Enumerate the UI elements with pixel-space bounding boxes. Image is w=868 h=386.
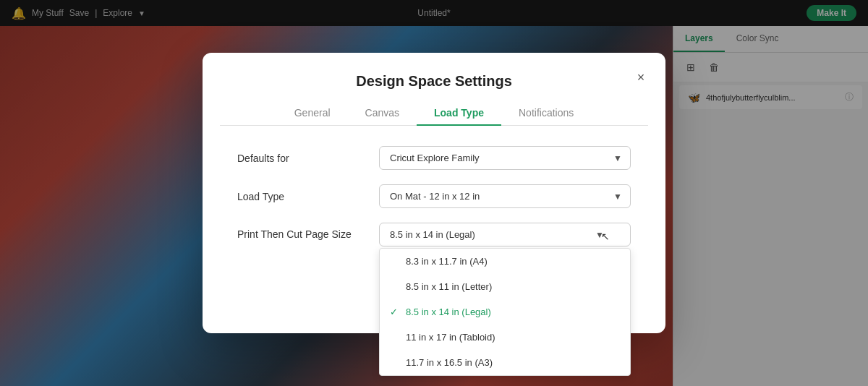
load-type-row: Load Type On Mat - 12 in x 12 in On Mat … xyxy=(237,184,631,208)
print-then-cut-trigger[interactable]: 8.5 in x 14 in (Legal) ▼ ↖ xyxy=(379,223,631,246)
defaults-for-select[interactable]: Cricut Explore Family Cricut Maker Cricu… xyxy=(379,146,631,170)
print-then-cut-value: 8.5 in x 14 in (Legal) xyxy=(390,229,475,240)
dropdown-menu: 8.3 in x 11.7 in (A4) 8.5 in x 11 in (Le… xyxy=(379,248,631,376)
settings-modal: Design Space Settings × General Canvas L… xyxy=(203,53,665,333)
modal-body: Defaults for Cricut Explore Family Cricu… xyxy=(203,126,665,281)
load-type-select-wrapper: On Mat - 12 in x 12 in On Mat - 12 in x … xyxy=(379,184,631,208)
dropdown-item-a4[interactable]: 8.3 in x 11.7 in (A4) xyxy=(380,249,630,274)
modal-title: Design Space Settings xyxy=(356,73,512,89)
defaults-for-row: Defaults for Cricut Explore Family Cricu… xyxy=(237,146,631,170)
print-then-cut-dropdown: 8.5 in x 14 in (Legal) ▼ ↖ 8.3 in x 11.7… xyxy=(379,223,631,246)
print-then-cut-label: Print Then Cut Page Size xyxy=(237,223,367,240)
dropdown-item-legal[interactable]: ✓ 8.5 in x 14 in (Legal) xyxy=(380,299,630,325)
tab-notifications[interactable]: Notifications xyxy=(501,101,591,126)
modal-close-button[interactable]: × xyxy=(631,67,651,87)
dropdown-item-a3-label: 11.7 in x 16.5 in (A3) xyxy=(406,357,493,368)
defaults-for-select-wrapper: Cricut Explore Family Cricut Maker Cricu… xyxy=(379,146,631,170)
load-type-select[interactable]: On Mat - 12 in x 12 in On Mat - 12 in x … xyxy=(379,184,631,208)
print-then-cut-row: Print Then Cut Page Size 8.5 in x 14 in … xyxy=(237,223,631,246)
modal-header: Design Space Settings × xyxy=(203,53,665,90)
dropdown-item-legal-label: 8.5 in x 14 in (Legal) xyxy=(406,306,491,317)
load-type-label: Load Type xyxy=(237,191,367,202)
tab-canvas[interactable]: Canvas xyxy=(348,101,417,126)
check-icon: ✓ xyxy=(390,306,400,317)
dropdown-item-tabloid[interactable]: 11 in x 17 in (Tabloid) xyxy=(380,325,630,350)
dropdown-item-tabloid-label: 11 in x 17 in (Tabloid) xyxy=(406,332,495,343)
cursor-wrapper: ▼ ↖ xyxy=(595,229,604,240)
cursor-icon: ↖ xyxy=(601,231,610,242)
dropdown-item-letter-label: 8.5 in x 11 in (Letter) xyxy=(406,281,492,292)
modal-tabs: General Canvas Load Type Notifications xyxy=(220,90,648,126)
tab-load-type[interactable]: Load Type xyxy=(417,101,501,126)
tab-general[interactable]: General xyxy=(277,101,348,126)
dropdown-item-letter[interactable]: 8.5 in x 11 in (Letter) xyxy=(380,274,630,299)
defaults-for-label: Defaults for xyxy=(237,153,367,164)
dropdown-item-a4-label: 8.3 in x 11.7 in (A4) xyxy=(406,256,488,267)
dropdown-item-a3[interactable]: 11.7 in x 16.5 in (A3) xyxy=(380,350,630,375)
